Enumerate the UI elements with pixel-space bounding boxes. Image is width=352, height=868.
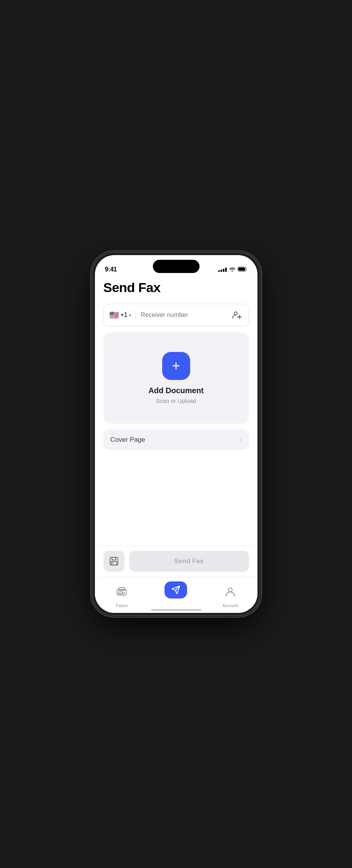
- page-title: Send Fax: [103, 280, 249, 295]
- signal-icon: [218, 268, 227, 272]
- send-fax-icon-wrap: [165, 581, 187, 598]
- add-document-area[interactable]: + Add Document Scan or Upload: [103, 332, 249, 424]
- send-fax-active-wrap: Send Fax: [165, 581, 187, 604]
- cover-page-row[interactable]: Cover Page ›: [103, 430, 249, 450]
- receiver-number-input[interactable]: [141, 312, 228, 318]
- status-icons: [218, 266, 247, 273]
- country-code: +1: [121, 312, 128, 318]
- svg-point-14: [228, 588, 232, 592]
- save-icon: [109, 556, 119, 566]
- input-divider: [136, 311, 136, 319]
- svg-point-2: [234, 312, 237, 315]
- add-document-button[interactable]: +: [162, 352, 190, 380]
- tab-account[interactable]: Account: [203, 581, 257, 608]
- faxes-icon-wrap: [112, 581, 132, 602]
- tab-bar: Faxes Send Fax: [95, 577, 257, 610]
- action-bar: Send Fax: [95, 546, 257, 577]
- plus-icon: +: [172, 359, 180, 373]
- phone-screen: 9:41: [95, 255, 257, 613]
- faxes-tab-label: Faxes: [116, 603, 128, 608]
- add-contact-icon[interactable]: [231, 309, 243, 321]
- phone-input-row[interactable]: 🇺🇸 +1 ▾: [103, 304, 249, 326]
- chevron-down-icon: ▾: [129, 313, 131, 317]
- send-fax-icon: [171, 585, 180, 595]
- tab-send-fax[interactable]: Send Fax: [149, 581, 203, 604]
- svg-rect-12: [119, 592, 123, 594]
- add-document-subtitle: Scan or Upload: [156, 397, 196, 404]
- tab-faxes[interactable]: Faxes: [95, 581, 149, 608]
- svg-point-13: [123, 592, 125, 594]
- send-fax-button[interactable]: Send Fax: [129, 551, 249, 572]
- country-selector[interactable]: 🇺🇸 +1 ▾: [109, 310, 131, 320]
- account-icon-wrap: [220, 581, 240, 602]
- phone-device: 9:41: [93, 253, 260, 615]
- account-tab-label: Account: [222, 603, 238, 608]
- battery-icon: [238, 266, 247, 273]
- flag-emoji: 🇺🇸: [109, 310, 119, 320]
- svg-rect-8: [111, 562, 117, 565]
- status-time: 9:41: [105, 266, 117, 273]
- chevron-right-icon: ›: [240, 436, 242, 443]
- dynamic-island: [153, 260, 200, 273]
- cover-page-label: Cover Page: [110, 436, 145, 444]
- account-icon: [225, 586, 235, 597]
- save-button[interactable]: [103, 551, 124, 572]
- svg-rect-1: [238, 268, 245, 271]
- faxes-icon: [116, 586, 127, 597]
- add-document-title: Add Document: [148, 386, 203, 395]
- send-fax-tab-label: Send Fax: [167, 599, 185, 604]
- svg-rect-11: [119, 588, 125, 590]
- main-content: Send Fax 🇺🇸 +1 ▾: [95, 276, 257, 546]
- home-bar: [151, 609, 201, 611]
- home-indicator: [95, 610, 257, 613]
- wifi-icon: [229, 267, 235, 273]
- svg-rect-7: [112, 557, 116, 560]
- send-fax-button-label: Send Fax: [174, 557, 204, 565]
